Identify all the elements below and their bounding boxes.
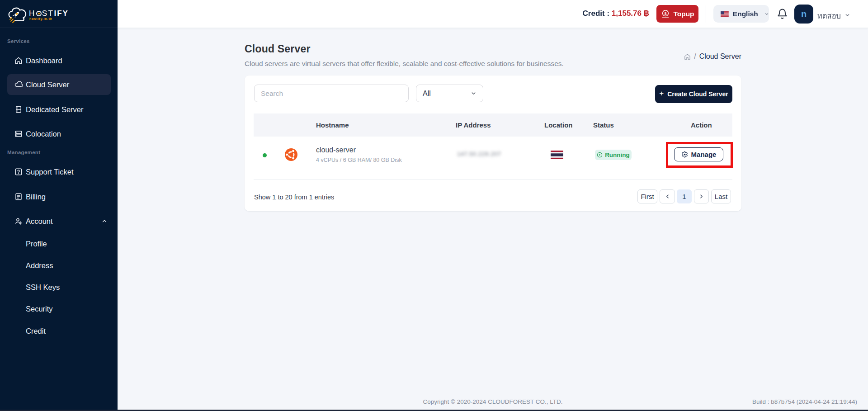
svg-text:$: $: [665, 11, 667, 15]
